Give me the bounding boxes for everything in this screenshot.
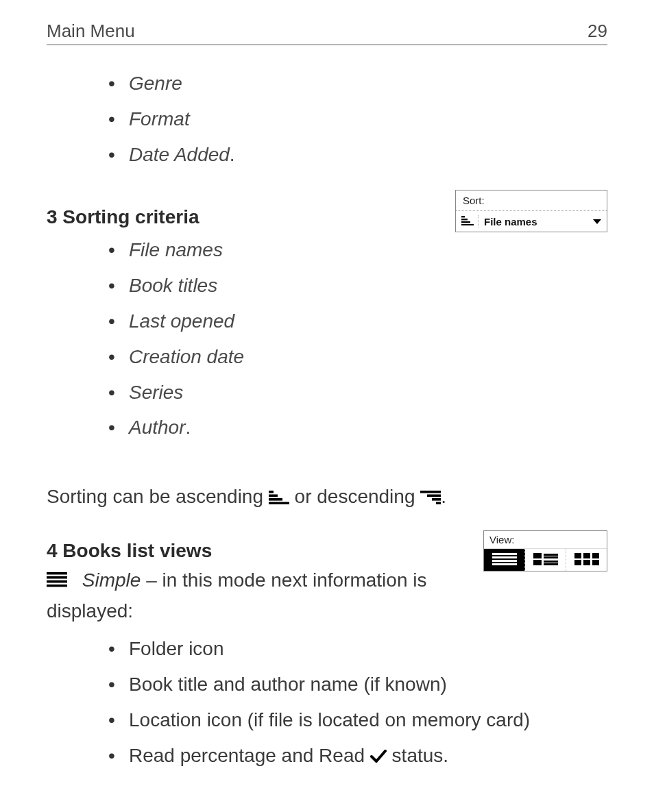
- text-part1: Sorting can be ascending: [47, 486, 269, 507]
- svg-rect-5: [269, 495, 278, 497]
- list-item-label: Creation date: [129, 346, 244, 367]
- list-item: Book titles: [108, 268, 607, 304]
- view-detailed-icon: [533, 552, 558, 568]
- svg-rect-31: [47, 585, 67, 587]
- svg-rect-17: [544, 554, 558, 556]
- view-option-detailed[interactable]: [525, 549, 566, 571]
- checkmark-icon: [370, 739, 387, 775]
- svg-rect-21: [544, 563, 558, 565]
- svg-rect-16: [533, 553, 542, 558]
- text-period: .: [441, 486, 446, 507]
- view-label: View:: [484, 531, 607, 548]
- svg-rect-0: [461, 216, 465, 217]
- view-widget: View:: [483, 530, 607, 571]
- svg-rect-23: [583, 553, 590, 558]
- list-item-label: Date Added: [129, 144, 230, 165]
- view-option-thumbnail[interactable]: [566, 549, 607, 571]
- list-item-prefix: Read percentage and: [129, 745, 319, 766]
- list-item-label: Book title and author name (if known): [129, 674, 447, 695]
- view-thumbnail-icon: [574, 552, 599, 568]
- list-item: Genre: [108, 66, 607, 101]
- list-item: Creation date: [108, 339, 607, 375]
- svg-rect-2: [461, 221, 470, 223]
- list-item: Series: [108, 375, 607, 410]
- svg-rect-19: [533, 560, 542, 565]
- simple-view-list: Folder icon Book title and author name (…: [47, 631, 607, 774]
- sort-ascending-icon: [461, 216, 474, 227]
- svg-rect-26: [583, 560, 590, 565]
- sort-label: Sort:: [456, 190, 607, 211]
- sort-widget: Sort: File names: [455, 190, 607, 232]
- svg-rect-25: [574, 560, 581, 565]
- svg-rect-30: [47, 580, 67, 583]
- svg-rect-8: [420, 491, 441, 493]
- list-item-label: Last opened: [129, 310, 234, 332]
- svg-rect-7: [269, 502, 289, 505]
- svg-rect-14: [492, 560, 517, 562]
- list-item-label: File names: [129, 239, 223, 260]
- svg-rect-27: [592, 560, 599, 565]
- text-part2: or descending: [295, 486, 421, 507]
- list-lines-icon: [47, 568, 67, 597]
- list-item: Folder icon: [108, 631, 607, 667]
- simple-view-definition: Simple – in this mode next information i…: [47, 566, 607, 626]
- page-content: Main Menu 29 Genre Format Date Added. So…: [0, 0, 654, 812]
- divider: [478, 215, 479, 227]
- list-item: File names: [108, 232, 607, 268]
- svg-rect-15: [492, 563, 517, 565]
- list-item-label: Location icon (if file is located on mem…: [129, 709, 530, 730]
- svg-rect-12: [492, 553, 517, 555]
- list-item: Book title and author name (if known): [108, 667, 607, 702]
- svg-rect-10: [432, 498, 441, 501]
- list-item-italic: Read: [319, 745, 365, 766]
- header-title: Main Menu: [47, 21, 135, 42]
- view-option-simple[interactable]: [484, 549, 525, 571]
- svg-rect-18: [544, 556, 558, 558]
- list-item-label: Format: [129, 108, 190, 130]
- list-item-label: Book titles: [129, 275, 217, 296]
- page-number: 29: [588, 21, 607, 42]
- svg-rect-1: [461, 219, 468, 220]
- list-item: Location icon (if file is located on mem…: [108, 702, 607, 738]
- list-item-suffix: status.: [387, 745, 448, 766]
- svg-rect-3: [461, 224, 474, 225]
- sort-value: File names: [484, 216, 593, 227]
- svg-rect-24: [592, 553, 599, 558]
- view-options-row: [484, 548, 607, 571]
- list-item-label: Author: [129, 417, 186, 438]
- list-item-label: Series: [129, 382, 183, 403]
- svg-rect-4: [269, 491, 274, 493]
- view-simple-icon: [492, 552, 517, 568]
- list-item-label: Genre: [129, 73, 182, 94]
- list-item-label: Folder icon: [129, 638, 224, 659]
- svg-rect-13: [492, 556, 517, 558]
- list-item: Format: [108, 101, 607, 137]
- sort-ascending-icon: [269, 484, 289, 513]
- svg-rect-9: [427, 495, 441, 497]
- sort-descending-icon: [420, 484, 441, 513]
- sorting-criteria-list: File names Book titles Last opened Creat…: [47, 232, 607, 445]
- svg-rect-6: [269, 498, 282, 501]
- list-item: Author.: [108, 410, 607, 445]
- list-item: Read percentage and Read status.: [108, 738, 607, 775]
- dropdown-caret-icon: [593, 219, 601, 224]
- svg-rect-22: [574, 553, 581, 558]
- svg-rect-28: [47, 572, 67, 575]
- list-item: Date Added.: [108, 137, 607, 173]
- top-bullet-list: Genre Format Date Added.: [47, 66, 607, 172]
- sort-dropdown[interactable]: File names: [456, 211, 607, 232]
- page-header: Main Menu 29: [47, 21, 607, 45]
- simple-label: Simple: [82, 569, 141, 591]
- svg-rect-29: [47, 576, 67, 579]
- sorting-direction-text: Sorting can be ascending or descending .: [47, 482, 607, 513]
- list-item: Last opened: [108, 304, 607, 339]
- svg-rect-20: [544, 561, 558, 563]
